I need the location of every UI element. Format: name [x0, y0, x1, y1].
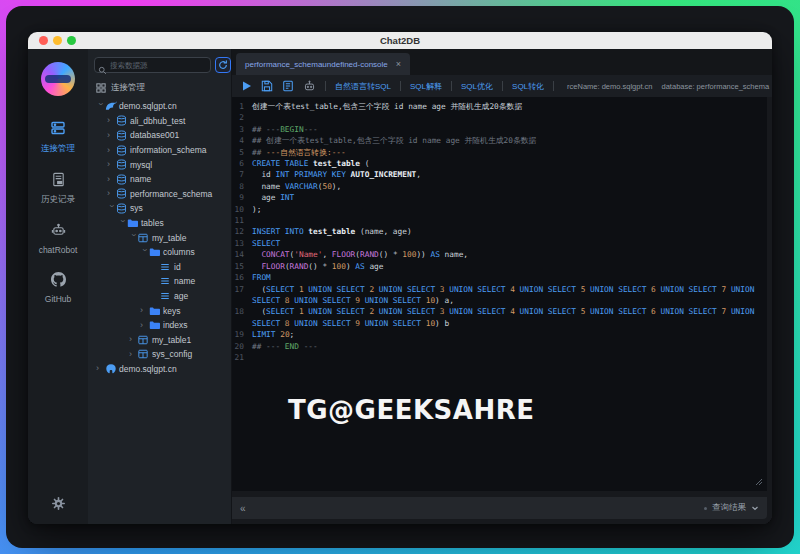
search-input[interactable] — [94, 57, 211, 73]
tree-item-columns[interactable]: ›columns — [94, 245, 225, 260]
tree-item-label: my_table1 — [152, 335, 191, 345]
chevron-icon[interactable]: › — [107, 146, 116, 155]
tree-item-indexs[interactable]: ›indexs — [94, 318, 225, 333]
chevron-icon[interactable]: › — [118, 219, 127, 228]
chevron-icon[interactable]: › — [96, 102, 105, 111]
chevron-down-icon — [751, 504, 759, 512]
code-line: 7 id INT PRIMARY KEY AUTO_INCREMENT, — [232, 169, 767, 180]
tree-item-name[interactable]: name — [94, 274, 225, 289]
tree-item-keys[interactable]: ›keys — [94, 303, 225, 318]
chevron-icon[interactable]: › — [129, 335, 138, 344]
close-tab-icon[interactable]: × — [396, 59, 401, 69]
run-button[interactable] — [242, 81, 252, 91]
tree-item-label: performance_schema — [130, 189, 212, 199]
folder-icon — [149, 320, 163, 330]
tree-item-mysql[interactable]: ›mysql — [94, 157, 225, 172]
tree-item-my_table[interactable]: ›my_table — [94, 230, 225, 245]
tree-item-age[interactable]: age — [94, 289, 225, 304]
code-line: 5## ---自然语言转换:--- — [232, 147, 767, 158]
chevron-icon[interactable]: › — [107, 175, 116, 184]
editor-tabbar: performance_schemaundefined-console × — [232, 49, 772, 75]
tree-item-id[interactable]: id — [94, 260, 225, 275]
ai-action-SQL解释[interactable]: SQL解释 — [410, 81, 442, 92]
tree-item-demo.sqlgpt.cn[interactable]: ›demo.sqlgpt.cn — [94, 362, 225, 377]
avatar-glasses — [45, 75, 71, 83]
tree-item-ali_dbhub_test[interactable]: ›ali_dbhub_test — [94, 114, 225, 129]
chat2db-window: Chat2DB 连接管理历史记录chatRobotGitHub + — [28, 32, 772, 524]
tree-item-label: indexs — [163, 320, 188, 330]
save-button[interactable] — [261, 80, 273, 92]
tab-console[interactable]: performance_schemaundefined-console × — [236, 53, 410, 75]
query-results-toggle[interactable]: 查询结果 — [704, 502, 759, 514]
editor-toolbar: 自然语言转SQLSQL解释SQL优化SQL转化 rceName: demo.sq… — [232, 75, 772, 97]
tree-item-demo.sqlgpt.cn[interactable]: ›demo.sqlgpt.cn — [94, 99, 225, 114]
query-results-label: 查询结果 — [712, 502, 746, 514]
collapse-panel-button[interactable]: « — [240, 503, 246, 514]
database-name-label: database: performance_schema — [662, 82, 770, 91]
ai-action-SQL优化[interactable]: SQL优化 — [461, 81, 493, 92]
app-logo-avatar[interactable] — [41, 62, 75, 96]
code-text: (SELECT 1 UNION SELECT 2 UNION SELECT 3 … — [252, 306, 767, 329]
line-number: 17 — [232, 284, 252, 307]
chevron-icon[interactable]: › — [107, 131, 116, 140]
code-text: SELECT — [252, 238, 767, 249]
line-number: 15 — [232, 261, 252, 272]
tree-item-sys[interactable]: ›sys — [94, 201, 225, 216]
editor-resize-grip[interactable] — [755, 478, 763, 488]
code-line: 8 name VARCHAR(50), — [232, 181, 767, 192]
sidebar-item-历史记录[interactable]: 历史记录 — [39, 172, 78, 206]
line-number: 20 — [232, 341, 252, 352]
chevron-icon[interactable]: › — [140, 321, 149, 330]
tree-item-label: demo.sqlgpt.cn — [119, 101, 177, 111]
tab-label: performance_schemaundefined-console — [245, 60, 388, 69]
watermark-text: TG@GEEKSAHRE — [288, 395, 534, 425]
chevron-icon[interactable]: › — [107, 204, 116, 213]
chevron-icon[interactable]: › — [140, 306, 149, 315]
chevron-icon[interactable]: › — [129, 234, 138, 243]
line-number: 19 — [232, 329, 252, 340]
chevron-icon[interactable]: › — [140, 248, 149, 257]
ai-action-自然语言转SQL[interactable]: 自然语言转SQL — [335, 81, 391, 92]
code-line: 10); — [232, 204, 767, 215]
robot-icon[interactable] — [303, 80, 316, 93]
chevron-icon[interactable]: › — [107, 116, 116, 125]
tree-item-name[interactable]: ›name — [94, 172, 225, 187]
code-line: 6CREATE TABLE test_table ( — [232, 158, 767, 169]
line-number: 1 — [232, 101, 252, 112]
tree-item-information_schema[interactable]: ›information_schema — [94, 143, 225, 158]
tree-item-tables[interactable]: ›tables — [94, 216, 225, 231]
tree-item-sys_config[interactable]: ›sys_config — [94, 347, 225, 362]
sidebar-item-chatRobot[interactable]: chatRobot — [39, 223, 78, 255]
tree-item-label: columns — [163, 247, 195, 257]
sidebar-item-label: 历史记录 — [41, 194, 75, 206]
refresh-button[interactable] — [215, 57, 231, 73]
sql-editor[interactable]: 1创建一个表test_table,包含三个字段 id name age 并随机生… — [232, 97, 767, 491]
gear-icon[interactable] — [52, 497, 65, 510]
tree-item-my_table1[interactable]: ›my_table1 — [94, 333, 225, 348]
format-button[interactable] — [282, 80, 294, 92]
sidebar-item-连接管理[interactable]: 连接管理 — [39, 120, 78, 155]
history-icon — [51, 172, 66, 191]
sidebar-nav: 连接管理历史记录chatRobotGitHub — [39, 120, 78, 321]
ai-action-SQL转化[interactable]: SQL转化 — [512, 81, 544, 92]
code-line: 2 — [232, 112, 767, 123]
line-number: 6 — [232, 158, 252, 169]
sidebar-item-label: 连接管理 — [41, 143, 75, 155]
editor-panel: performance_schemaundefined-console × 自然… — [232, 49, 772, 524]
code-line: 4## 创建一个表test_table,包含三个字段 id name age 并… — [232, 135, 767, 146]
tree-item-database001[interactable]: ›database001 — [94, 128, 225, 143]
toolbar-separator — [451, 81, 452, 91]
chevron-icon[interactable]: › — [107, 160, 116, 169]
desktop-background: Chat2DB 连接管理历史记录chatRobotGitHub + — [6, 6, 794, 548]
chevron-icon[interactable]: › — [107, 189, 116, 198]
chevron-icon[interactable]: › — [96, 364, 105, 373]
table-icon — [138, 233, 152, 243]
sidebar-item-GitHub[interactable]: GitHub — [39, 272, 78, 304]
robot-icon — [51, 223, 66, 242]
code-text: ); — [252, 204, 767, 215]
tree-item-performance_schema[interactable]: ›performance_schema — [94, 187, 225, 202]
code-text: FLOOR(RAND() * 100) AS age — [252, 261, 767, 272]
toolbar-separator — [325, 81, 326, 91]
chevron-icon[interactable]: › — [129, 350, 138, 359]
postgresql-icon — [105, 363, 119, 375]
